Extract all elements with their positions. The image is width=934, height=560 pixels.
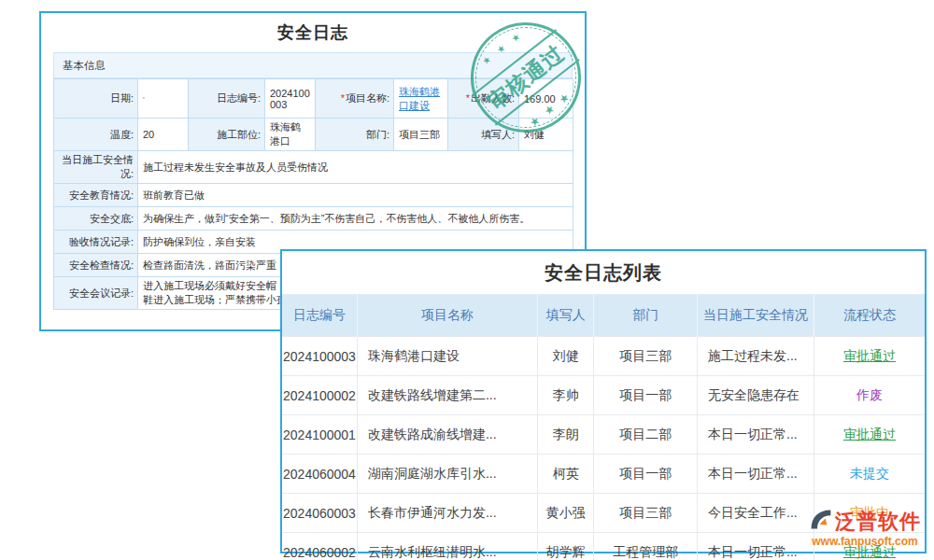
required-asterisk: * [341,92,345,104]
section-header-basic-info: 基本信息 [53,52,573,78]
cell-writer[interactable]: 柯英 [538,455,594,494]
detail-label-safety-meeting: 安全会议记录: [54,277,138,310]
cell-daily-safety: 施工过程未发... [698,337,814,376]
department-label: 部门: [316,119,394,151]
date-label: 日期: [54,79,138,119]
cell-flow-status: 未提交 [814,455,925,494]
table-header-row: 日志编号 项目名称 填写人 部门 当日施工安全情况 流程状态 [282,295,925,337]
project-name-label: *项目名称: [316,79,394,119]
cell-project-name[interactable]: 珠海鹤港口建设 [357,337,537,376]
cell-project-name[interactable]: 改建铁路线增建第二... [357,376,537,415]
cell-writer[interactable]: 刘健 [538,337,594,376]
cell-department: 项目二部 [594,415,698,455]
project-name-link[interactable]: 珠海鹤港口建设 [399,86,440,111]
cell-log-id[interactable]: 2024100001 [282,415,357,455]
list-title: 安全日志列表 [282,251,925,294]
col-header-department: 部门 [594,295,698,337]
cell-department: 项目一部 [594,455,698,494]
table-row: 2024060004 湖南洞庭湖水库引水... 柯英 项目一部 本日一切正常..… [282,455,925,494]
date-value: ' [138,79,189,119]
writer-value: 刘健 [519,119,573,151]
col-header-project-name: 项目名称 [357,295,537,337]
log-number-label: 日志编号: [189,79,265,119]
cell-flow-status[interactable]: 审批通过 [814,415,925,455]
construction-site-value: 珠海鹤港口 [265,119,316,151]
cell-department: 工程管理部 [594,533,698,560]
cell-department: 项目一部 [594,376,698,415]
cell-writer[interactable]: 黄小强 [538,494,594,533]
detail-label-daily-safety: 当日施工安全情况: [54,151,138,184]
cell-daily-safety: 本日一切正常... [698,415,814,455]
cell-project-name[interactable]: 长春市伊通河水力发... [357,494,537,533]
required-asterisk: * [466,92,470,104]
brand-name: 泛普软件 [835,508,921,536]
col-header-daily-safety: 当日施工安全情况 [698,295,814,337]
col-header-log-id: 日志编号 [282,295,357,337]
cell-log-id[interactable]: 2024060004 [282,455,357,494]
cell-log-id[interactable]: 2024100003 [282,337,357,376]
temperature-value: 20 [138,119,189,151]
attendance-label: *出勤人数: [448,79,519,119]
cell-project-name[interactable]: 湖南洞庭湖水库引水... [357,455,537,494]
table-row: 2024100003 珠海鹤港口建设 刘健 项目三部 施工过程未发... 审批通… [282,337,925,376]
attendance-value: 169.00 [519,79,573,119]
temperature-label: 温度: [54,119,138,151]
page: { "colors": { "panel_border": "#2fa8e1",… [0,0,934,560]
cell-log-id[interactable]: 2024060003 [282,494,357,533]
detail-value-safety-education: 班前教育已做 [138,184,573,207]
cell-department: 项目三部 [594,337,698,376]
cell-log-id[interactable]: 2024100002 [282,376,357,415]
cell-writer[interactable]: 胡学辉 [538,533,594,560]
department-value: 项目三部 [394,119,448,151]
col-header-writer: 填写人 [538,295,594,337]
cell-daily-safety: 本日一切正常... [698,455,814,494]
cell-project-name[interactable]: 云南水利枢纽潜明水... [357,533,537,560]
cell-daily-safety: 无安全隐患存在 [698,376,814,415]
form-title: 安全日志 [41,21,585,44]
cell-flow-status: 作废 [814,376,925,415]
construction-site-label: 施工部位: [189,119,265,151]
col-header-flow-status: 流程状态 [814,295,925,337]
cell-flow-status[interactable]: 审批通过 [814,337,925,376]
cell-log-id[interactable]: 2024060002 [282,533,357,560]
brand-logo-icon [809,509,833,535]
table-row: 2024100002 改建铁路线增建第二... 李帅 项目一部 无安全隐患存在 … [282,376,925,415]
detail-label-safety-education: 安全教育情况: [54,184,138,207]
project-name-cell: 珠海鹤港口建设 [394,79,448,119]
detail-label-safety-inspection: 安全检查情况: [54,254,138,277]
detail-label-safety-disclosure: 安全交底: [54,207,138,231]
detail-label-acceptance-record: 验收情况记录: [54,231,138,254]
brand-url: www.fanpusoft.com [800,535,930,548]
detail-value-safety-disclosure: 为确保生产，做到“安全第一、预防为主”不伤害自己，不伤害他人、不被他人所伤害。 [138,207,573,231]
cell-project-name[interactable]: 改建铁路成渝线增建... [357,415,537,455]
cell-department: 项目三部 [594,494,698,533]
table-row: 2024100001 改建铁路成渝线增建... 李朗 项目二部 本日一切正常..… [282,415,925,455]
log-number-value: 2024100003 [265,79,316,119]
cell-daily-safety: 本日一切正常... [698,533,814,560]
cell-writer[interactable]: 李朗 [538,415,594,455]
brand-watermark: 泛普软件 www.fanpusoft.com [800,508,930,548]
detail-value-daily-safety: 施工过程未发生安全事故及人员受伤情况 [138,151,573,184]
cell-writer[interactable]: 李帅 [538,376,594,415]
cell-daily-safety: 今日安全工作... [698,494,814,533]
writer-label: 填写人: [448,119,519,151]
